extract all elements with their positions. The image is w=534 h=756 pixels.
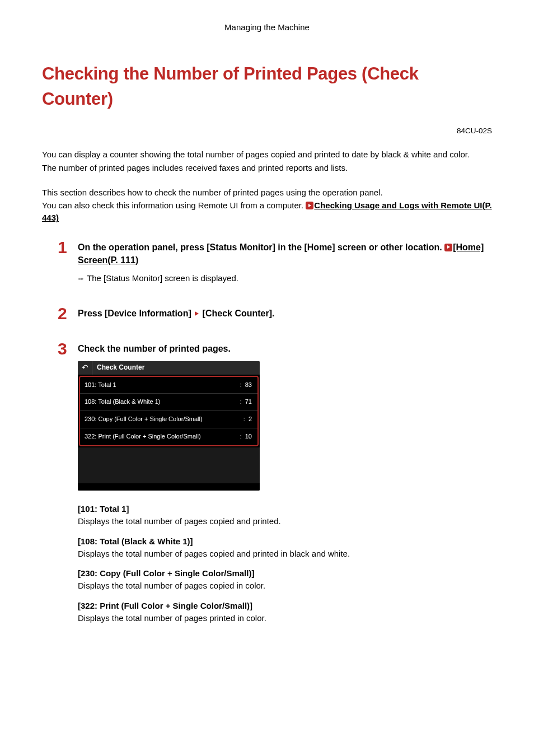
def-desc: Displays the total number of pages copie…	[78, 515, 492, 528]
counter-definitions: [101: Total 1] Displays the total number…	[78, 503, 492, 624]
step-number: 3	[58, 337, 67, 361]
intro-paragraph-1: You can display a counter showing the to…	[42, 148, 492, 174]
intro-line-with-link: You can also check this information usin…	[42, 199, 492, 224]
def-desc: Displays the total number of pages copie…	[78, 548, 492, 560]
step-heading: On the operation panel, press [Status Mo…	[78, 241, 492, 267]
counter-value: :83	[240, 381, 252, 390]
step-heading-text-b: [Check Counter].	[200, 309, 274, 318]
step-heading: Press [Device Information] [Check Counte…	[78, 307, 492, 320]
intro-line: You can display a counter showing the to…	[42, 148, 492, 161]
counter-list: 101: Total 1 :83 108: Total (Black & Whi…	[79, 376, 259, 447]
step-heading: Check the number of printed pages.	[78, 342, 492, 355]
play-link-icon	[306, 202, 313, 209]
device-title: Check Counter	[92, 363, 144, 372]
back-arrow-icon: ↶	[82, 362, 88, 373]
step-3: 3 Check the number of printed pages. ↶ C…	[42, 342, 492, 624]
step-number: 1	[58, 235, 67, 260]
result-arrow-icon: ➠	[78, 274, 83, 284]
device-titlebar: ↶ Check Counter	[78, 361, 260, 375]
def-desc: Displays the total number of pages print…	[78, 612, 492, 624]
counter-label: 322: Print (Full Color + Single Color/Sm…	[85, 432, 201, 441]
intro-text: You can also check this information usin…	[42, 200, 306, 210]
counter-value: :2	[243, 415, 252, 424]
step-note-text: The [Status Monitor] screen is displayed…	[87, 273, 238, 283]
counter-label: 101: Total 1	[85, 381, 116, 390]
play-link-icon	[444, 244, 452, 251]
back-button[interactable]: ↶	[78, 361, 92, 375]
counter-row[interactable]: 108: Total (Black & White 1) :71	[80, 394, 257, 411]
doc-code: 84CU-02S	[42, 125, 492, 137]
counter-label: 230: Copy (Full Color + Single Color/Sma…	[85, 415, 203, 424]
step-2: 2 Press [Device Information] [Check Coun…	[42, 307, 492, 320]
intro-paragraph-2: This section describes how to check the …	[42, 186, 492, 224]
counter-label: 108: Total (Black & White 1)	[85, 398, 161, 407]
def-term: [322: Print (Full Color + Single Color/S…	[78, 600, 492, 612]
section-header: Managing the Machine	[42, 21, 492, 34]
page-title: Checking the Number of Printed Pages (Ch…	[42, 62, 492, 112]
step-1: 1 On the operation panel, press [Status …	[42, 241, 492, 284]
step-note: ➠The [Status Monitor] screen is displaye…	[78, 272, 492, 284]
device-empty-area	[78, 447, 260, 483]
nav-arrow-icon	[195, 311, 199, 316]
counter-value: :10	[240, 432, 252, 441]
intro-line: This section describes how to check the …	[42, 186, 492, 199]
counter-row[interactable]: 101: Total 1 :83	[80, 377, 257, 394]
device-bottom-bar	[78, 483, 260, 491]
counter-value: :71	[240, 398, 252, 407]
def-term: [108: Total (Black & White 1)]	[78, 535, 492, 548]
def-term: [101: Total 1]	[78, 503, 492, 515]
counter-row[interactable]: 230: Copy (Full Color + Single Color/Sma…	[80, 411, 257, 428]
step-number: 2	[58, 301, 67, 326]
counter-row[interactable]: 322: Print (Full Color + Single Color/Sm…	[80, 428, 257, 445]
step-heading-text-a: Press [Device Information]	[78, 309, 194, 318]
device-screenshot: ↶ Check Counter 101: Total 1 :83 108: To…	[78, 361, 260, 491]
def-term: [230: Copy (Full Color + Single Color/Sm…	[78, 567, 492, 580]
step-heading-text: On the operation panel, press [Status Mo…	[78, 242, 444, 252]
def-desc: Displays the total number of pages copie…	[78, 580, 492, 592]
intro-line: The number of printed pages includes rec…	[42, 162, 492, 174]
